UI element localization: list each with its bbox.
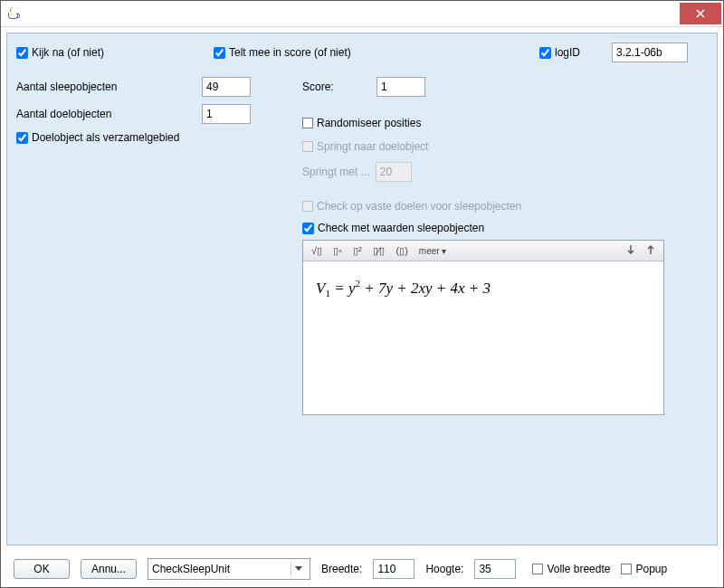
kijk-na-label: Kijk na (of niet) xyxy=(32,46,104,59)
left-column: Aantal sleepobjecten Aantal doelobjecten… xyxy=(16,77,302,415)
equation-area[interactable]: V1 = y2 + 7y + 2xy + 4x + 3 xyxy=(303,261,663,414)
telt-mee-label: Telt mee in score (of niet) xyxy=(229,46,351,59)
springt-met-label: Springt met ... xyxy=(302,166,370,178)
volle-breedte-box[interactable] xyxy=(532,564,543,574)
doel-verzamel-input[interactable] xyxy=(16,132,28,144)
randomiseer-box[interactable] xyxy=(302,118,313,128)
ok-button[interactable]: OK xyxy=(14,559,70,579)
eq-rhs: = y2 + 7y + 2xy + 4x + 3 xyxy=(330,280,491,297)
titlebar xyxy=(1,1,723,27)
main-panel: Kijk na (of niet) Telt mee in score (of … xyxy=(6,33,718,545)
aantal-sleep-label: Aantal sleepobjecten xyxy=(16,81,202,93)
content: Kijk na (of niet) Telt mee in score (of … xyxy=(1,27,723,587)
close-icon xyxy=(696,9,705,18)
logid-label: logID xyxy=(555,46,580,59)
eq-btn-more[interactable]: meer ▾ xyxy=(416,246,450,256)
chevron-down-icon: ▾ xyxy=(442,246,446,256)
kijk-na-checkbox[interactable]: Kijk na (of niet) xyxy=(16,46,214,59)
type-combo[interactable]: CheckSleepUnit xyxy=(148,558,310,580)
score-label: Score: xyxy=(302,81,376,93)
eq-btn-sup[interactable]: ▯▫ xyxy=(330,245,345,257)
randomiseer-label: Randomiseer posities xyxy=(317,117,421,129)
popup-checkbox[interactable]: Popup xyxy=(621,563,667,575)
springt-doel-box xyxy=(302,141,313,152)
kijk-na-input[interactable] xyxy=(16,47,28,59)
type-combo-value: CheckSleepUnit xyxy=(152,563,230,575)
check-waarden-input[interactable] xyxy=(302,223,314,234)
hoogte-label: Hoogte: xyxy=(425,563,463,575)
telt-mee-input[interactable] xyxy=(214,47,225,59)
eq-btn-sqrt[interactable]: √▯ xyxy=(309,245,325,257)
right-column: Score: Randomiseer posities Springt naar… xyxy=(302,77,708,415)
doel-verzamel-label: Doelobject als verzamelgebied xyxy=(32,131,179,144)
arrow-up-icon xyxy=(646,244,655,255)
window: Kijk na (of niet) Telt mee in score (of … xyxy=(0,0,724,588)
aantal-sleep-field[interactable] xyxy=(202,77,251,97)
equation-toolbar: √▯ ▯▫ ▯² ▯⁄▯ (▯) meer ▾ xyxy=(303,241,663,261)
springt-doel-label: Springt naar doelobject xyxy=(317,140,428,153)
eq-btn-sq[interactable]: ▯² xyxy=(350,245,365,257)
volle-breedte-label: Volle breedte xyxy=(547,563,610,575)
check-vaste-checkbox: Check op vaste doelen voor sleepobjecten xyxy=(302,200,708,213)
popup-label: Popup xyxy=(635,563,667,575)
arrow-down-icon xyxy=(626,244,635,255)
eq-btn-paren[interactable]: (▯) xyxy=(393,245,410,257)
eq-lhs-var: V xyxy=(316,280,325,297)
check-vaste-label: Check op vaste doelen voor sleepobjecten xyxy=(317,200,521,213)
chevron-down-icon xyxy=(291,562,306,576)
score-field[interactable] xyxy=(376,77,425,97)
eq-btn-up[interactable] xyxy=(643,244,658,257)
logid-checkbox[interactable]: logID xyxy=(539,46,612,59)
java-icon xyxy=(6,6,21,21)
volle-breedte-checkbox[interactable]: Volle breedte xyxy=(532,563,610,575)
springt-doel-checkbox: Springt naar doelobject xyxy=(302,140,708,153)
hoogte-field[interactable] xyxy=(474,559,516,579)
check-vaste-box xyxy=(302,201,313,212)
aantal-doel-field[interactable] xyxy=(202,104,251,124)
logid-input[interactable] xyxy=(539,47,551,59)
breedte-label: Breedte: xyxy=(321,563,362,575)
springt-met-field xyxy=(376,162,412,182)
aantal-doel-label: Aantal doelobjecten xyxy=(16,108,202,120)
telt-mee-checkbox[interactable]: Telt mee in score (of niet) xyxy=(214,46,539,59)
close-button[interactable] xyxy=(680,3,721,24)
equation-editor: √▯ ▯▫ ▯² ▯⁄▯ (▯) meer ▾ xyxy=(302,240,664,415)
bottom-bar: OK Annu... CheckSleepUnit Breedte: Hoogt… xyxy=(1,551,723,587)
logid-field[interactable] xyxy=(612,43,688,62)
eq-btn-frac[interactable]: ▯⁄▯ xyxy=(370,245,388,257)
cancel-button[interactable]: Annu... xyxy=(81,559,137,579)
titlebar-left xyxy=(1,6,26,21)
breedte-field[interactable] xyxy=(373,559,414,579)
doel-verzamel-checkbox[interactable]: Doelobject als verzamelgebied xyxy=(16,131,302,144)
check-waarden-label: Check met waarden sleepobjecten xyxy=(318,222,484,234)
popup-box[interactable] xyxy=(621,564,632,574)
randomiseer-checkbox[interactable]: Randomiseer posities xyxy=(302,117,708,129)
check-waarden-checkbox[interactable]: Check met waarden sleepobjecten xyxy=(302,222,708,234)
eq-btn-down[interactable] xyxy=(624,244,638,257)
